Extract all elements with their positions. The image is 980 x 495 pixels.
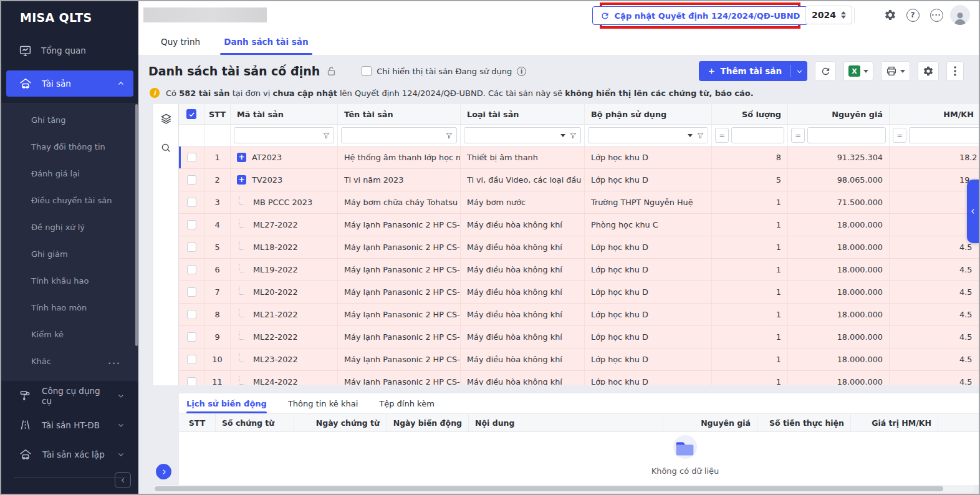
help-button[interactable]: ?	[905, 7, 920, 22]
filter-input-code[interactable]	[238, 127, 320, 143]
sidebar-subitem[interactable]: Tính khấu hao	[1, 267, 138, 294]
column-header-price[interactable]: Nguyên giá	[788, 104, 890, 124]
expand-row-icon[interactable]: +	[237, 175, 246, 185]
detail-column-header[interactable]: Nguyên giá	[663, 414, 757, 431]
sidebar-subitem[interactable]: Điều chuyển tài sản	[1, 187, 138, 214]
row-checkbox[interactable]	[187, 265, 196, 274]
table-row[interactable]: 9ML22-2022Máy lạnh Panasonic 2 HP CS-N..…	[179, 326, 979, 348]
page-tab[interactable]: Quy trình	[161, 29, 200, 55]
detail-column-header[interactable]: Giá trị HM/KH	[851, 414, 938, 431]
select-all-checkbox[interactable]	[186, 109, 196, 119]
sidebar-subitem[interactable]: Thay đổi thông tin	[1, 133, 138, 160]
row-checkbox[interactable]	[187, 310, 196, 319]
row-checkbox[interactable]	[187, 198, 196, 207]
horizontal-scrollbar-thumb[interactable]	[155, 486, 943, 491]
table-row[interactable]: 5ML18-2022Máy lạnh Panasonic 2 HP CS-N..…	[179, 236, 979, 259]
sidebar-subitem[interactable]: Đề nghị xử lý	[1, 214, 138, 241]
column-header-type[interactable]: Loại tài sản	[461, 104, 585, 124]
year-selector[interactable]: 2024	[805, 6, 852, 24]
row-checkbox[interactable]	[187, 287, 196, 297]
export-excel-button[interactable]: X	[843, 61, 873, 81]
detail-column-header[interactable]: Nội dung	[469, 414, 663, 431]
table-row[interactable]: 8ML21-2022Máy lạnh Panasonic 2 HP CS-N..…	[179, 304, 979, 326]
column-header-dept[interactable]: Bộ phận sử dụng	[585, 104, 712, 124]
sidebar-subitem[interactable]: Ghi tăng	[1, 107, 138, 133]
add-asset-dropdown[interactable]	[791, 61, 807, 81]
layers-icon[interactable]	[160, 113, 172, 125]
table-row[interactable]: 2+TV2023Ti vi năm 2023Ti vi, đầu Video, …	[179, 169, 979, 191]
year-spinner-icon[interactable]	[841, 11, 846, 19]
in-use-checkbox[interactable]	[362, 66, 372, 76]
user-avatar[interactable]	[950, 5, 970, 25]
equals-operator[interactable]: =	[791, 128, 805, 143]
row-checkbox[interactable]	[187, 220, 196, 229]
sidebar-group-item[interactable]: Tài sản HT-ĐB	[1, 410, 138, 440]
settings-button[interactable]	[883, 7, 898, 22]
table-row[interactable]: 6ML19-2022Máy lạnh Panasonic 2 HP CS-N..…	[179, 259, 979, 281]
table-row[interactable]: 7ML20-2022Máy lạnh Panasonic 2 HP CS-N..…	[179, 281, 979, 304]
sidebar-item-tong-quan[interactable]: Tổng quan	[1, 37, 138, 64]
table-row[interactable]: 4ML27-2022Máy lạnh Panasonic 2 HP CS-N..…	[179, 214, 979, 236]
column-header-code[interactable]: Mã tài sản	[231, 104, 338, 124]
sidebar-group-item[interactable]: Tài sản xác lập	[1, 440, 138, 469]
print-button[interactable]	[881, 61, 910, 81]
more-options-button[interactable]	[946, 61, 964, 81]
sidebar-collapse-button[interactable]	[115, 472, 131, 488]
detail-column-header[interactable]: Ngày biến động	[387, 414, 469, 431]
side-drawer-toggle[interactable]	[967, 180, 979, 243]
sidebar-group-item[interactable]: Công cụ dụng cụ	[1, 381, 138, 410]
detail-column-header[interactable]: Số tiền thực hiện	[757, 414, 851, 431]
column-header-qty[interactable]: Số lượng	[712, 104, 788, 124]
info-icon[interactable]: i	[517, 67, 526, 76]
equals-operator[interactable]: =	[893, 128, 906, 143]
page-tab[interactable]: Danh sách tài sản	[224, 29, 308, 55]
detail-tab[interactable]: Tệp đính kèm	[379, 393, 435, 413]
sidebar-subitem[interactable]: Tính hao mòn	[1, 294, 138, 321]
refresh-button[interactable]	[815, 61, 836, 81]
expand-row-icon[interactable]: +	[237, 153, 246, 162]
detail-column-header[interactable]: Ngày chứng từ	[294, 414, 387, 431]
column-header-hm[interactable]: HM/KH	[890, 104, 979, 124]
row-checkbox[interactable]	[187, 355, 196, 364]
funnel-icon[interactable]	[445, 132, 453, 140]
row-checkbox[interactable]	[187, 332, 196, 342]
detail-tab[interactable]: Thông tin kê khai	[288, 393, 358, 413]
funnel-icon[interactable]	[322, 132, 330, 140]
table-row[interactable]: 3MB PCCC 2023Máy bơm chữa cháy Tohatsu V…	[179, 191, 979, 214]
sidebar-subitem[interactable]: Đánh giá lại	[1, 160, 138, 187]
more-button[interactable]: ···	[929, 7, 944, 22]
column-header-stt[interactable]: STT	[204, 104, 231, 124]
filter-input-name[interactable]	[345, 127, 443, 143]
filter-input-price[interactable]	[811, 127, 882, 143]
update-decision-button[interactable]: Cập nhật Quyết định 124/2024/QĐ-UBND	[592, 6, 809, 25]
filter-input-type[interactable]	[468, 127, 558, 143]
search-icon[interactable]	[160, 142, 171, 153]
filter-input-qty[interactable]	[735, 127, 781, 143]
sidebar-item-tai-san[interactable]: Tài sản	[6, 70, 133, 97]
table-row[interactable]: 10ML23-2022Máy lạnh Panasonic 2 HP CS-N.…	[179, 348, 979, 371]
filter-input-dept[interactable]	[592, 127, 685, 143]
row-checkbox[interactable]	[187, 175, 196, 185]
column-header-name[interactable]: Tên tài sản	[338, 104, 461, 124]
table-row[interactable]: 1+AT2023Hệ thống âm thanh lớp học nă...T…	[179, 147, 979, 169]
row-checkbox[interactable]	[187, 243, 196, 252]
funnel-icon[interactable]	[696, 132, 704, 140]
dropdown-caret-icon[interactable]	[688, 134, 693, 137]
funnel-icon[interactable]	[569, 132, 577, 140]
add-asset-button[interactable]: Thêm tài sản	[699, 61, 807, 81]
sidebar-subitem[interactable]: Khác...	[1, 348, 138, 375]
expand-panel-button[interactable]	[156, 464, 171, 479]
detail-column-header[interactable]: STT	[179, 414, 216, 431]
dropdown-caret-icon[interactable]	[560, 134, 565, 137]
row-checkbox[interactable]	[187, 377, 196, 385]
equals-operator[interactable]: =	[715, 128, 729, 143]
row-checkbox[interactable]	[187, 153, 196, 162]
grid-settings-button[interactable]	[918, 61, 939, 81]
filter-input-hm[interactable]	[913, 127, 979, 143]
sidebar-subitem[interactable]: Ghi giảm	[1, 241, 138, 267]
table-row[interactable]: 11ML24-2022Máy lạnh Panasonic 2 HP CS-N.…	[179, 371, 979, 385]
detail-column-header[interactable]: Số chứng từ	[216, 414, 294, 431]
sidebar-scrollbar-thumb[interactable]	[135, 104, 138, 346]
detail-tab[interactable]: Lịch sử biến động	[186, 393, 267, 413]
sidebar-subitem[interactable]: Kiểm kê	[1, 321, 138, 348]
